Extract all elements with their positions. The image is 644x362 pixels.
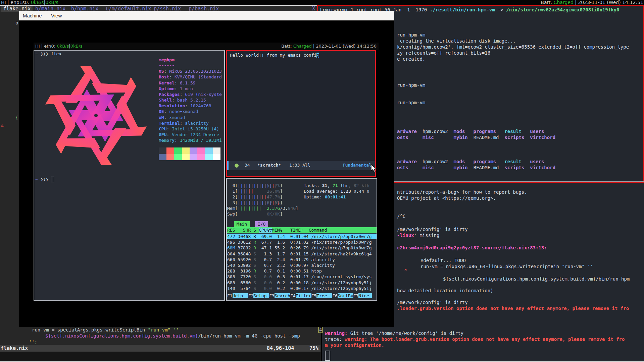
palette-swatch xyxy=(174,154,182,160)
htop-meter-value: 47.7%] xyxy=(267,194,283,200)
menu-machine[interactable]: Machine xyxy=(23,11,42,20)
nixos-logo xyxy=(37,58,155,173)
host-net-status: HI | enp1s0: 0kB/s|0kB/s xyxy=(1,0,58,5)
palette-swatch xyxy=(205,147,213,154)
terminal-line: c2bcsm4xmj0vd0capi9q2yc0yzl87-source/fla… xyxy=(397,245,547,251)
terminal-line: k/config/hpm.qcow2', fmt=qcow2 cluster_s… xyxy=(397,44,629,50)
terminal-line: #default... TODO xyxy=(420,257,466,263)
vm-prompt: ~ ❯❯❯ flex xyxy=(35,51,61,57)
editor-gutter-glyph: o xyxy=(15,20,18,26)
neofetch-line: me@hpm xyxy=(159,57,175,63)
vm-prompt: ~ ❯❯❯ xyxy=(35,177,54,182)
palette-swatch xyxy=(182,154,190,160)
vm-net-status: HI | eth0: 0kB/s|0kB/s xyxy=(35,43,83,50)
htop-summary: Tasks: 31, 71 thr, 82 kth xyxy=(304,183,369,188)
terminal-line: QEMU project at <https://qemu.org>. xyxy=(397,195,496,201)
htop-meter: 1[|||||| xyxy=(227,188,253,194)
host-batt-clock: Batt: Charged | 2023-11-01 (Wed) 14:12:5… xyxy=(541,0,643,5)
htop-process-row[interactable]: 808 7720 S 0.0 0.3 0:01.17 /run/current-… xyxy=(227,274,372,280)
vm-batt-clock: Batt: Charged | 2023-11-01 (Wed) 14:12:5… xyxy=(281,43,377,50)
terminal-line: osts misc mybin README.md scripts virtch… xyxy=(397,165,555,171)
htop-process-row[interactable]: 496 30612 R 67.7 1.6 0:01.02 /nix/store/… xyxy=(227,239,371,245)
terminal-cursor xyxy=(325,351,330,361)
htop-meter: 2[|||||||||||| xyxy=(227,194,269,200)
emacs-major-mode: Fundamental xyxy=(343,163,371,168)
window-bottom-border xyxy=(0,361,644,362)
htop-process-row[interactable]: 540 53992 S 0.7 2.2 0:00.97 alacritty xyxy=(227,262,335,268)
neofetch-line: OS: NixOS 23.05.20231023 xyxy=(159,68,222,74)
terminal-line: ${self.nixosConfigurations.hpm.config.sy… xyxy=(443,276,630,282)
terminal-line: /me/work/config' is dirty xyxy=(397,226,468,232)
htop-process-row[interactable]: 688 6560 S 0.0 0.2 0:00.18 /nix/store/12… xyxy=(227,280,372,286)
terminal-line: ntribute/report-a-bug> for how to report… xyxy=(397,189,527,195)
modeline-dot xyxy=(235,164,239,168)
htop-process-row[interactable]: 288 3196 R 0.7 0.1 0:00.51 htop xyxy=(227,268,322,274)
htop-fkey-bar[interactable]: F1Help F2Setup F3SearchF4FilterF5Tree F6… xyxy=(227,293,372,299)
terminal-line: /me/work/config' is dirty xyxy=(397,299,468,305)
htop-tab-main: Main xyxy=(234,221,250,227)
terminal-line: ardware hpm.qcow2 mods programs result u… xyxy=(397,159,544,165)
palette-swatch xyxy=(174,147,182,154)
palette-swatch xyxy=(213,147,220,154)
htop-meter-value: 2.37G/3.84G] xyxy=(267,205,298,211)
neofetch-line: Memory: 1420MiB / 3931Mi xyxy=(159,137,222,143)
editor-gutter-glyph: ⚠ xyxy=(1,122,3,128)
palette-swatch xyxy=(166,147,174,154)
editor-command-row xyxy=(0,352,320,361)
emacs-cursor: g xyxy=(316,53,319,58)
status-percent: 75% xyxy=(309,345,318,352)
palette-swatch xyxy=(205,154,213,160)
terminal-line: ardware hpm.qcow2 mods programs result u… xyxy=(397,128,544,134)
palette-swatch xyxy=(190,154,197,160)
status-filename: flake.nix xyxy=(1,345,28,352)
terminal-line: e created. xyxy=(397,56,425,62)
host-status-bar: HI | enp1s0: 0kB/s|0kB/s Batt: Charged |… xyxy=(0,0,644,5)
htop-header[interactable]: RES SHR S CPU%▽MEM% TIME+ Command xyxy=(227,227,377,233)
vm-terminal-window[interactable] xyxy=(34,50,225,301)
terminal-line: .loader.grub.version option does not hav… xyxy=(397,305,629,311)
terminal-line: m your configuration. xyxy=(325,342,384,348)
htop-meter-value: 51.7%] xyxy=(267,183,283,188)
htop-meter-value: 62.5%] xyxy=(267,200,283,205)
palette-swatch xyxy=(190,147,197,154)
htop-process-row[interactable]: 660 55920 S 0.7 2.4 0:01.79 alacritty xyxy=(227,257,335,262)
vm-status-bar: HI | eth0: 0kB/s|0kB/s Batt: Charged | 2… xyxy=(34,43,379,50)
neofetch-line: Shell: bash 5.2.15 xyxy=(159,97,206,103)
htop-meter: Mem[||||||||| xyxy=(227,205,261,211)
htop-summary: Load average: 1.23 0.44 0 xyxy=(304,188,369,194)
terminal-line: run-hpm-vm xyxy=(397,32,425,38)
terminal-line: run-vm = nixpkgs.x86_64-linux.pkgs.write… xyxy=(420,263,593,269)
htop-meter-value: 0K/0K] xyxy=(267,211,283,217)
terminal-line: -linux' missing xyxy=(397,232,439,238)
palette-swatch xyxy=(213,154,220,160)
editor-code-line: run-vm = specialArgs.pkgs.writeScriptBin… xyxy=(32,327,179,333)
neofetch-line: Host: KVM/QEMU (Standard xyxy=(159,74,222,80)
palette-swatch xyxy=(159,147,166,154)
terminal-line: run-hpm-vm xyxy=(397,82,425,88)
vm-emacs-window[interactable]: Hello World!! from my emacs config 34 *s… xyxy=(226,50,376,177)
terminal-line: creating the virtualisation disk image..… xyxy=(397,38,516,44)
htop-process-row[interactable]: 804 36848 S 1.3 1.7 0:01.15 /nix/store/h… xyxy=(227,251,371,257)
terminal-line: lrwxrwxrwx 1 root root 56 Jan 1 1970 ./r… xyxy=(319,7,619,13)
htop-process-row[interactable]: 472 30468 R 69.0 1.4 0:01.04 /nix/store/… xyxy=(227,234,377,239)
neofetch-line: DE: none+xmonad xyxy=(159,109,198,114)
neofetch-line: GPU: Vendor 1234 Device xyxy=(159,132,219,137)
htop-process-row[interactable]: 140 5764 S 0.0 0.2 0:00.17 /nix/store/12… xyxy=(227,286,372,291)
emacs-buffer-text: Hello World!! from my emacs config xyxy=(230,52,319,58)
neofetch-line: CPU: Intel i5-8250U (4) xyxy=(159,126,219,132)
editor-status-bar: flake.nix 84,96-104 75% xyxy=(0,345,320,352)
terminal-line: osts misc mybin README.md scripts virtch… xyxy=(397,134,555,140)
emacs-modeline: 34 *scratch* 1:33 All Fundamental xyxy=(227,161,375,170)
htop-process-row[interactable]: 68M 37892 R 47.1 55.2 0:26.79 /nix/store… xyxy=(227,245,371,251)
editor-code-line: ''; xyxy=(29,339,37,345)
htop-summary: Uptime: 00:01:41 xyxy=(304,194,346,200)
palette-swatch xyxy=(197,154,205,160)
editor-gutter-glyph: { xyxy=(15,115,18,121)
palette-swatch xyxy=(166,154,174,160)
htop-meter-value: 26.0%] xyxy=(267,188,283,194)
terminal-line: trace: warning: The boot.loader.grub.ver… xyxy=(325,336,625,342)
neofetch-line: Packages: 619 (nix-syste xyxy=(159,92,222,97)
terminal-line: ^ xyxy=(404,268,407,274)
terminal-line: how detailed location information) xyxy=(397,288,493,294)
menu-view[interactable]: View xyxy=(51,11,62,20)
